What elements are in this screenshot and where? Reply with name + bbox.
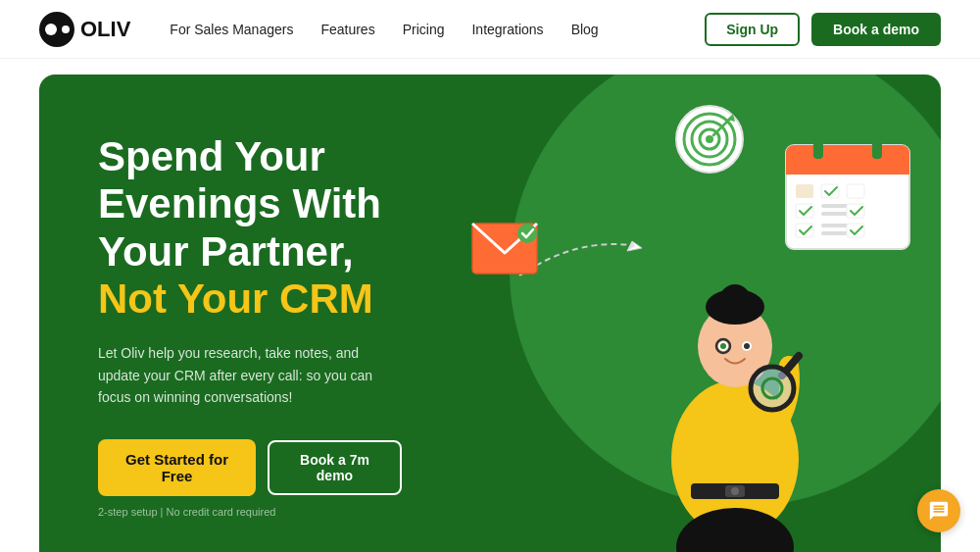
book-demo-nav-button[interactable]: Book a demo [811,13,941,46]
hero-illustration [451,75,941,552]
svg-rect-44 [847,224,864,237]
book-demo-hero-button[interactable]: Book a 7m demo [268,440,402,495]
svg-rect-40 [847,204,864,218]
svg-rect-35 [821,184,839,198]
svg-rect-37 [796,204,813,218]
svg-rect-32 [813,137,823,159]
svg-point-23 [744,343,750,349]
svg-rect-41 [796,224,813,237]
hero-buttons: Get Started for Free Book a 7m demo [98,439,402,496]
logo-icon [39,12,74,47]
nav-actions: Sign Up Book a demo [705,13,941,46]
nav-item-sales-managers[interactable]: For Sales Managers [170,22,293,37]
nav-item-features[interactable]: Features [320,22,374,37]
hero-wrapper: Spend Your Evenings With Your Partner, N… [0,59,980,552]
brand-name: OLIV [80,17,130,42]
svg-rect-33 [872,137,882,159]
hero-title: Spend Your Evenings With Your Partner, N… [98,133,402,323]
svg-point-18 [719,284,751,316]
svg-point-4 [706,135,713,143]
hero-content-left: Spend Your Evenings With Your Partner, N… [39,75,451,552]
hero-title-accent: Not Your CRM [98,276,402,323]
hero-section: Spend Your Evenings With Your Partner, N… [39,75,941,552]
brand-logo[interactable]: OLIV [39,12,130,47]
calendar-icon [784,133,911,251]
nav-item-integrations[interactable]: Integrations [471,22,543,37]
chat-bubble-button[interactable] [917,489,960,532]
svg-rect-34 [796,184,813,198]
signup-button[interactable]: Sign Up [705,13,800,46]
target-icon [674,104,745,175]
hero-note: 2-step setup | No credit card required [98,506,402,518]
svg-rect-31 [786,163,909,175]
email-icon [470,222,539,276]
svg-rect-27 [708,527,729,552]
svg-point-14 [731,487,739,495]
nav-item-blog[interactable]: Blog [571,22,599,37]
svg-rect-36 [847,184,864,198]
svg-point-22 [720,343,726,349]
nav-links: For Sales Managers Features Pricing Inte… [170,21,705,38]
svg-point-8 [517,224,537,243]
svg-point-25 [751,367,794,410]
hero-description: Let Oliv help you research, take notes, … [98,342,382,408]
navbar: OLIV For Sales Managers Features Pricing… [0,0,980,59]
nav-item-pricing[interactable]: Pricing [403,22,445,37]
get-started-button[interactable]: Get Started for Free [98,439,256,496]
svg-rect-28 [741,527,762,552]
